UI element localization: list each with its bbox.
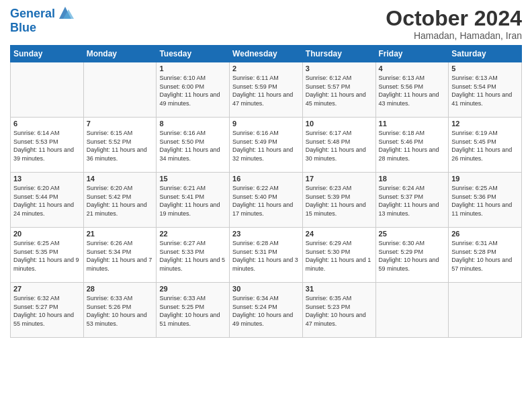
day-number: 24 (306, 230, 373, 238)
day-info: Sunrise: 6:24 AMSunset: 5:37 PMDaylight:… (379, 184, 446, 218)
table-row: 27Sunrise: 6:32 AMSunset: 5:27 PMDayligh… (11, 283, 84, 338)
day-info: Sunrise: 6:26 AMSunset: 5:34 PMDaylight:… (87, 239, 154, 273)
calendar-week-row: 20Sunrise: 6:25 AMSunset: 5:35 PMDayligh… (11, 228, 522, 283)
day-number: 23 (232, 230, 300, 238)
day-number: 16 (232, 175, 300, 183)
header-sunday: Sunday (11, 46, 84, 62)
table-row: 29Sunrise: 6:33 AMSunset: 5:25 PMDayligh… (157, 283, 230, 338)
day-number: 26 (451, 230, 519, 238)
calendar-week-row: 27Sunrise: 6:32 AMSunset: 5:27 PMDayligh… (11, 283, 522, 338)
day-info: Sunrise: 6:28 AMSunset: 5:31 PMDaylight:… (232, 239, 300, 273)
table-row: 5Sunrise: 6:13 AMSunset: 5:54 PMDaylight… (449, 62, 522, 118)
day-info: Sunrise: 6:13 AMSunset: 5:54 PMDaylight:… (451, 74, 519, 107)
day-info: Sunrise: 6:27 AMSunset: 5:33 PMDaylight:… (159, 239, 226, 273)
logo-blue: Blue (10, 21, 74, 35)
table-row: 20Sunrise: 6:25 AMSunset: 5:35 PMDayligh… (11, 228, 84, 283)
day-info: Sunrise: 6:16 AMSunset: 5:49 PMDaylight:… (232, 129, 300, 163)
table-row: 14Sunrise: 6:20 AMSunset: 5:42 PMDayligh… (83, 173, 157, 228)
day-info: Sunrise: 6:29 AMSunset: 5:30 PMDaylight:… (306, 239, 373, 273)
table-row: 2Sunrise: 6:11 AMSunset: 5:59 PMDaylight… (230, 62, 303, 118)
day-info: Sunrise: 6:23 AMSunset: 5:39 PMDaylight:… (306, 184, 373, 218)
table-row: 18Sunrise: 6:24 AMSunset: 5:37 PMDayligh… (375, 173, 449, 228)
table-row (449, 283, 522, 338)
table-row: 11Sunrise: 6:18 AMSunset: 5:46 PMDayligh… (375, 118, 449, 173)
table-row (11, 62, 84, 118)
day-number: 19 (451, 175, 519, 183)
calendar-header-row: Sunday Monday Tuesday Wednesday Thursday… (11, 46, 522, 62)
day-number: 6 (13, 120, 81, 128)
day-info: Sunrise: 6:22 AMSunset: 5:40 PMDaylight:… (232, 184, 300, 218)
day-number: 22 (159, 230, 226, 238)
day-number: 14 (87, 175, 154, 183)
day-number: 10 (306, 120, 373, 128)
day-number: 17 (306, 175, 373, 183)
day-number: 3 (306, 64, 373, 73)
header-friday: Friday (375, 46, 449, 62)
day-info: Sunrise: 6:30 AMSunset: 5:29 PMDaylight:… (379, 239, 446, 273)
calendar-week-row: 1Sunrise: 6:10 AMSunset: 6:00 PMDaylight… (11, 62, 522, 118)
day-number: 29 (159, 285, 226, 293)
day-number: 13 (13, 175, 81, 183)
table-row: 7Sunrise: 6:15 AMSunset: 5:52 PMDaylight… (83, 118, 157, 173)
table-row (375, 283, 449, 338)
table-row: 21Sunrise: 6:26 AMSunset: 5:34 PMDayligh… (83, 228, 157, 283)
day-number: 18 (379, 175, 446, 183)
table-row: 8Sunrise: 6:16 AMSunset: 5:50 PMDaylight… (157, 118, 230, 173)
page: General Blue October 2024 Hamadan, Hamad… (0, 0, 532, 411)
logo-icon (56, 4, 74, 21)
table-row: 10Sunrise: 6:17 AMSunset: 5:48 PMDayligh… (302, 118, 375, 173)
day-number: 28 (87, 285, 154, 293)
day-number: 25 (379, 230, 446, 238)
day-number: 12 (451, 120, 519, 128)
header-tuesday: Tuesday (157, 46, 230, 62)
table-row: 9Sunrise: 6:16 AMSunset: 5:49 PMDaylight… (230, 118, 303, 173)
day-info: Sunrise: 6:10 AMSunset: 6:00 PMDaylight:… (159, 74, 226, 107)
day-number: 2 (232, 64, 300, 73)
day-number: 27 (13, 285, 81, 293)
table-row: 6Sunrise: 6:14 AMSunset: 5:53 PMDaylight… (11, 118, 84, 173)
location: Hamadan, Hamadan, Iran (386, 30, 522, 41)
header: General Blue October 2024 Hamadan, Hamad… (10, 7, 522, 41)
day-number: 9 (232, 120, 300, 128)
day-number: 31 (306, 285, 373, 293)
logo-general: General (10, 7, 55, 20)
table-row: 3Sunrise: 6:12 AMSunset: 5:57 PMDaylight… (302, 62, 375, 118)
day-info: Sunrise: 6:35 AMSunset: 5:23 PMDaylight:… (306, 294, 373, 328)
day-info: Sunrise: 6:20 AMSunset: 5:44 PMDaylight:… (13, 184, 81, 218)
table-row: 12Sunrise: 6:19 AMSunset: 5:45 PMDayligh… (449, 118, 522, 173)
day-number: 15 (159, 175, 226, 183)
header-thursday: Thursday (302, 46, 375, 62)
calendar-table: Sunday Monday Tuesday Wednesday Thursday… (10, 45, 522, 338)
day-info: Sunrise: 6:16 AMSunset: 5:50 PMDaylight:… (159, 129, 226, 163)
day-number: 8 (159, 120, 226, 128)
table-row: 22Sunrise: 6:27 AMSunset: 5:33 PMDayligh… (157, 228, 230, 283)
day-info: Sunrise: 6:20 AMSunset: 5:42 PMDaylight:… (87, 184, 154, 218)
day-info: Sunrise: 6:13 AMSunset: 5:56 PMDaylight:… (379, 74, 446, 107)
header-monday: Monday (83, 46, 157, 62)
day-info: Sunrise: 6:15 AMSunset: 5:52 PMDaylight:… (87, 129, 154, 163)
table-row: 25Sunrise: 6:30 AMSunset: 5:29 PMDayligh… (375, 228, 449, 283)
table-row: 23Sunrise: 6:28 AMSunset: 5:31 PMDayligh… (230, 228, 303, 283)
table-row: 31Sunrise: 6:35 AMSunset: 5:23 PMDayligh… (302, 283, 375, 338)
day-info: Sunrise: 6:14 AMSunset: 5:53 PMDaylight:… (13, 129, 81, 163)
day-info: Sunrise: 6:32 AMSunset: 5:27 PMDaylight:… (13, 294, 81, 328)
day-number: 7 (87, 120, 154, 128)
table-row: 24Sunrise: 6:29 AMSunset: 5:30 PMDayligh… (302, 228, 375, 283)
day-info: Sunrise: 6:11 AMSunset: 5:59 PMDaylight:… (232, 74, 300, 107)
calendar-week-row: 13Sunrise: 6:20 AMSunset: 5:44 PMDayligh… (11, 173, 522, 228)
table-row: 28Sunrise: 6:33 AMSunset: 5:26 PMDayligh… (83, 283, 157, 338)
header-saturday: Saturday (449, 46, 522, 62)
header-wednesday: Wednesday (230, 46, 303, 62)
month-title: October 2024 (386, 7, 522, 30)
day-info: Sunrise: 6:33 AMSunset: 5:25 PMDaylight:… (159, 294, 226, 328)
day-number: 30 (232, 285, 300, 293)
table-row: 16Sunrise: 6:22 AMSunset: 5:40 PMDayligh… (230, 173, 303, 228)
table-row: 1Sunrise: 6:10 AMSunset: 6:00 PMDaylight… (157, 62, 230, 118)
table-row: 4Sunrise: 6:13 AMSunset: 5:56 PMDaylight… (375, 62, 449, 118)
table-row (83, 62, 157, 118)
table-row: 15Sunrise: 6:21 AMSunset: 5:41 PMDayligh… (157, 173, 230, 228)
day-number: 4 (379, 64, 446, 73)
day-number: 20 (13, 230, 81, 238)
table-row: 26Sunrise: 6:31 AMSunset: 5:28 PMDayligh… (449, 228, 522, 283)
table-row: 19Sunrise: 6:25 AMSunset: 5:36 PMDayligh… (449, 173, 522, 228)
